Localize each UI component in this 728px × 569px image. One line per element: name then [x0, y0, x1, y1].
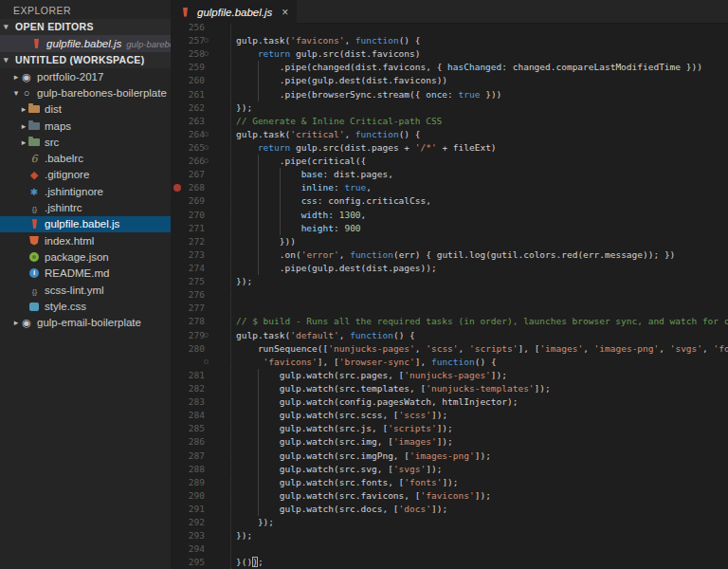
twisty-right-icon[interactable]: ▸ — [19, 104, 28, 114]
code-line-262[interactable]: 262}); — [171, 101, 728, 115]
line-number[interactable]: 289 — [171, 476, 205, 489]
code-line-290[interactable]: 290 gulp.watch(src.favicons, ['favicons'… — [171, 489, 728, 503]
line-number[interactable]: 279 — [171, 329, 205, 342]
tree-item-maps[interactable]: ▸maps — [0, 118, 171, 134]
code-line-285[interactable]: 285 gulp.watch(src.js, ['scripts']); — [171, 422, 728, 435]
code-line-281[interactable]: 281 gulp.watch(src.pages, ['nunjucks-pag… — [171, 369, 728, 382]
code-text[interactable]: gulp.watch(src.docs, ['docs']); — [236, 503, 447, 516]
tree-item--jshintignore[interactable]: .jshintignore — [0, 183, 171, 199]
code-text[interactable]: })) — [236, 235, 296, 248]
line-number[interactable]: 281 — [171, 369, 205, 382]
code-line-260[interactable]: 260 .pipe(gulp.dest(dist.favicons)) — [171, 74, 728, 87]
line-number[interactable]: 275 — [171, 275, 205, 288]
code-line-284[interactable]: 284 gulp.watch(src.scss, ['scss']); — [171, 409, 728, 422]
code-line-286[interactable]: 286 gulp.watch(src.img, ['images']); — [171, 435, 728, 449]
line-number[interactable]: 274 — [171, 262, 205, 275]
code-text[interactable]: gulp.task('default', function() { — [236, 329, 415, 342]
tree-item-gulp-email-boilerplate[interactable]: ▸gulp-email-boilerplate — [0, 314, 171, 330]
tab-close-icon[interactable]: × — [282, 6, 288, 19]
code-line-268[interactable]: 268 inline: true, — [171, 181, 728, 194]
tab-gulpfile-babel-js[interactable]: gulpfile.babel.js × — [171, 0, 297, 24]
line-number[interactable]: 265 — [171, 141, 205, 155]
line-number[interactable]: 271 — [171, 222, 205, 235]
workspace-header[interactable]: UNTITLED (WORKSPACE) — [0, 52, 171, 68]
code-text[interactable]: inline: true, — [236, 181, 372, 194]
code-line-258[interactable]: 258 return gulp.src(dist.favicons) — [171, 47, 728, 61]
tree-item-index-html[interactable]: index.html — [0, 232, 171, 248]
code-text[interactable]: return gulp.src(dist.pages + '/*' + file… — [236, 141, 497, 155]
line-number[interactable]: 269 — [171, 194, 205, 208]
line-number[interactable]: 258 — [171, 47, 205, 61]
code-text[interactable]: gulp.watch(src.fonts, ['fonts']); — [236, 476, 459, 489]
tree-item--gitignore[interactable]: .gitignore — [0, 167, 171, 183]
code-line-274[interactable]: 274 .pipe(gulp.dest(dist.pages)); — [171, 262, 728, 275]
code-line-291[interactable]: 291 gulp.watch(src.docs, ['docs']); — [171, 503, 728, 516]
code-line-265[interactable]: 265 return gulp.src(dist.pages + '/*' + … — [171, 141, 728, 155]
code-text[interactable]: height: 900 — [236, 222, 361, 235]
line-number[interactable]: 293 — [171, 529, 205, 542]
tree-item-gulp-barebones-boilerplate[interactable]: ▾gulp-barebones-boilerplate — [0, 84, 171, 101]
code-text[interactable]: gulp.watch(src.imgPng, ['images-png']); — [236, 450, 491, 463]
line-number[interactable]: 276 — [171, 288, 205, 302]
code-text[interactable]: .pipe(gulp.dest(dist.pages)); — [236, 262, 437, 275]
line-number[interactable]: 270 — [171, 209, 205, 222]
line-number[interactable]: 280 — [171, 342, 205, 356]
code-line-261[interactable]: 261 .pipe(browserSync.stream({ once: tru… — [171, 88, 728, 101]
line-number[interactable]: 272 — [171, 235, 205, 248]
code-text[interactable]: gulp.watch(src.scss, ['scss']); — [236, 409, 447, 422]
line-number[interactable]: 257 — [171, 34, 205, 47]
code-line-295[interactable]: 295}()); — [171, 556, 728, 569]
code-line-272[interactable]: 272 })) — [171, 235, 728, 248]
tree-item-readme-md[interactable]: README.md — [0, 266, 171, 282]
code-line-278[interactable]: 278// $ build - Runs all the required ta… — [171, 315, 728, 328]
code-line-263[interactable]: 263// Generate & Inline Critical-path CS… — [171, 115, 728, 128]
twisty-right-icon[interactable]: ▸ — [11, 318, 21, 327]
line-number[interactable]: 283 — [171, 395, 205, 409]
code-line-275[interactable]: 275}); — [171, 275, 728, 288]
code-text[interactable]: runSequence(['nunjucks-pages', 'scss', '… — [236, 342, 728, 356]
twisty-right-icon[interactable]: ▸ — [19, 121, 28, 131]
code-text[interactable]: // Generate & Inline Critical-path CSS — [236, 115, 442, 128]
code-text[interactable]: gulp.task('critical', function() { — [236, 128, 421, 141]
code-line-279[interactable]: 279gulp.task('default', function() { — [171, 329, 728, 342]
line-number[interactable]: 259 — [171, 61, 205, 74]
code-text[interactable]: gulp.watch(config.pagesWatch, htmlInject… — [236, 395, 518, 409]
code-line-293[interactable]: 293}); — [171, 529, 728, 542]
code-text[interactable]: gulp.watch(src.svg, ['svgs']); — [236, 463, 442, 476]
code-text[interactable]: }); — [236, 529, 252, 542]
code-text[interactable]: width: 1300, — [236, 209, 366, 222]
code-line-276[interactable]: 276 — [171, 288, 728, 302]
code-editor[interactable]: 256257gulp.task('favicons', function() {… — [171, 24, 728, 569]
line-number[interactable]: 278 — [171, 315, 205, 328]
line-number[interactable]: 287 — [171, 450, 205, 463]
code-line-271[interactable]: 271 height: 900 — [171, 222, 728, 235]
line-number[interactable]: 294 — [171, 542, 205, 556]
code-text[interactable]: .pipe(changed(dist.favicons, { hasChange… — [236, 61, 702, 74]
code-line-277[interactable]: 277 — [171, 302, 728, 315]
line-number[interactable]: 264 — [171, 128, 205, 141]
tree-item-dist[interactable]: ▸dist — [0, 101, 171, 118]
code-line-294[interactable]: 294 — [171, 542, 728, 556]
tree-item-scss-lint-yml[interactable]: scss-lint.yml — [0, 282, 171, 298]
code-line-257[interactable]: 257gulp.task('favicons', function() { — [171, 34, 728, 47]
code-line-289[interactable]: 289 gulp.watch(src.fonts, ['fonts']); — [171, 476, 728, 489]
line-number[interactable]: 292 — [171, 516, 205, 529]
code-line-273[interactable]: 273 .on('error', function(err) { gutil.l… — [171, 248, 728, 262]
line-number[interactable]: 288 — [171, 463, 205, 476]
line-number[interactable]: 256 — [171, 24, 205, 34]
tree-item-portfolio-2017[interactable]: ▸portfolio-2017 — [0, 68, 171, 84]
line-number[interactable]: 286 — [171, 435, 205, 449]
code-text[interactable]: }); — [236, 516, 274, 529]
code-text[interactable]: }); — [236, 101, 252, 115]
code-line-288[interactable]: 288 gulp.watch(src.svg, ['svgs']); — [171, 463, 728, 476]
code-text[interactable]: return gulp.src(dist.favicons) — [236, 47, 421, 61]
twisty-right-icon[interactable]: ▸ — [19, 138, 28, 147]
code-line-256[interactable]: 256 — [171, 24, 728, 34]
code-text[interactable]: }()); — [236, 556, 264, 569]
code-text[interactable]: gulp.task('favicons', function() { — [236, 34, 421, 47]
line-number[interactable]: 262 — [171, 101, 205, 115]
tree-item-style-css[interactable]: style.css — [0, 298, 171, 314]
tree-item-src[interactable]: ▸src — [0, 134, 171, 150]
twisty-down-icon[interactable]: ▾ — [11, 88, 21, 98]
line-number[interactable]: 291 — [171, 503, 205, 516]
